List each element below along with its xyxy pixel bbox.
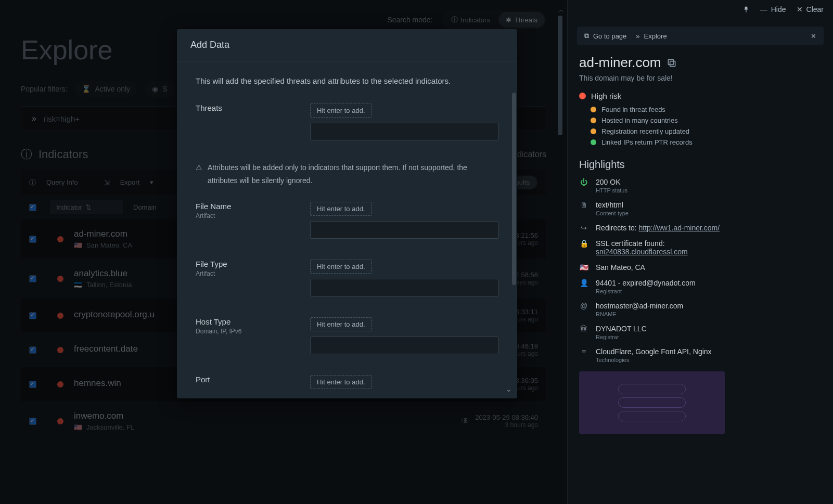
col-domain[interactable]: Domain (133, 203, 157, 211)
scrollbar[interactable] (512, 93, 516, 285)
row-timestamp: 2023-05-29 08:36:40 (475, 413, 538, 421)
risk-dot-icon (57, 418, 63, 424)
explore-button[interactable]: » Explore (636, 32, 667, 40)
clear-button[interactable]: ✕ Clear (797, 5, 824, 14)
minimize-icon: — (760, 5, 767, 14)
hosttype-sublabel: Domain, IP, IPv6 (196, 328, 310, 335)
power-icon: ⏻ (579, 178, 588, 193)
select-all-checkbox[interactable] (29, 204, 36, 211)
chevron-right-icon: » (636, 32, 639, 40)
info-icon: ⓘ (451, 15, 458, 24)
col-indicator[interactable]: Indicator ⇅ (50, 200, 123, 214)
row-ago: 3 hours ago (475, 421, 538, 429)
tag-hint: Hit enter to add. (310, 202, 372, 216)
filename-input[interactable] (310, 221, 498, 239)
redirect-link[interactable]: http://ww1.ad-miner.com/ (638, 224, 720, 232)
hosttype-input[interactable] (310, 337, 498, 354)
row-checkbox[interactable] (29, 381, 36, 388)
copy-icon[interactable] (667, 58, 677, 68)
scrollbar[interactable] (558, 16, 562, 135)
filetype-label: File Type (196, 260, 310, 268)
filetype-input[interactable] (310, 279, 498, 296)
pin-button[interactable] (742, 6, 750, 13)
bug-icon: ✱ (506, 16, 511, 24)
filter-active-only[interactable]: ⌛ Active only (74, 81, 137, 97)
domain-title: ad-miner.com (579, 55, 661, 71)
caret-down-icon[interactable]: ▾ (150, 178, 153, 186)
flag-icon: 🇺🇸 (579, 263, 588, 272)
export-button[interactable]: Export (120, 178, 140, 186)
lock-icon: 🔒 (579, 239, 588, 256)
tag-hint: Hit enter to add. (310, 317, 372, 331)
popular-filters-label: Popular filters: (21, 85, 67, 93)
risk-dot-icon (57, 236, 63, 242)
file-icon: 🗎 (579, 201, 588, 216)
row-title: inwemo.com (74, 411, 462, 421)
add-data-modal: Add Data This will add the specified thr… (177, 29, 517, 398)
close-icon: ✕ (797, 5, 803, 14)
risk-dot-icon (57, 347, 63, 353)
stack-icon: ≡ (579, 347, 588, 363)
ssl-link[interactable]: sni240838.cloudflaressl.com (596, 248, 688, 256)
filter-seen[interactable]: ◉ S (145, 81, 174, 97)
mode-indicators[interactable]: ⓘ Indicators (444, 12, 497, 28)
eye-icon: 👁 (462, 417, 470, 426)
scroll-up-icon[interactable]: ︿ (558, 6, 564, 14)
filename-label: File Name (196, 202, 310, 211)
risk-label: High risk (591, 92, 621, 100)
tag-hint: Hit enter to add. (310, 104, 372, 118)
search-mode-toggle[interactable]: ⓘ Indicators ✱ Threats (442, 10, 546, 29)
redirect-icon: ↪ (579, 224, 588, 232)
threats-label: Threats (196, 104, 310, 112)
warning-icon: ⚠ (196, 161, 202, 187)
risk-dot-icon (57, 381, 63, 387)
chevron-right-icon: » (32, 114, 36, 123)
warn-dot-icon (591, 118, 596, 123)
search-mode-label: Search mode: (387, 16, 432, 24)
filetype-sublabel: Artifact (196, 270, 310, 277)
modal-title: Add Data (177, 29, 517, 61)
table-row[interactable]: inwemo.com🇺🇸Jacksonville, FL👁2023-05-29 … (21, 402, 546, 441)
svg-rect-0 (670, 61, 675, 66)
user-icon: 👤 (579, 279, 588, 294)
query-info-button[interactable]: Query Info (46, 178, 78, 186)
close-subpanel-button[interactable]: ✕ (811, 32, 816, 40)
hosttype-label: Host Type (196, 317, 310, 326)
info-icon: ⓘ (21, 147, 32, 162)
row-checkbox[interactable] (29, 312, 36, 319)
row-checkbox[interactable] (29, 236, 36, 243)
row-checkbox[interactable] (29, 346, 36, 354)
tag-hint: Hit enter to add. (310, 375, 372, 389)
highlights-title: Highlights (579, 159, 822, 171)
at-icon: @ (579, 302, 588, 317)
hide-button[interactable]: — Hide (760, 5, 786, 14)
details-panel: — Hide ✕ Clear ⧉ Go to page » Explore ✕ … (567, 0, 833, 504)
external-link-icon: ⧉ (584, 32, 589, 40)
risk-dot-icon (57, 313, 63, 319)
row-checkbox[interactable] (29, 418, 36, 425)
risk-dot-icon (57, 276, 63, 282)
screenshot-thumbnail[interactable] (579, 371, 725, 434)
info-icon: ⓘ (29, 178, 36, 187)
pin-icon (742, 6, 750, 13)
attributes-note: Attributes will be added only to indicat… (208, 161, 498, 187)
port-label: Port (196, 375, 310, 384)
risk-dot-icon (579, 93, 586, 99)
goto-page-button[interactable]: ⧉ Go to page (584, 32, 626, 40)
warn-dot-icon (591, 107, 596, 112)
sort-icon: ⇅ (85, 203, 91, 211)
panel-subtitle: This domain may be for sale! (579, 74, 822, 82)
eye-icon: ◉ (152, 85, 158, 93)
mode-threats[interactable]: ✱ Threats (498, 12, 545, 28)
warn-dot-icon (591, 128, 596, 134)
row-checkbox[interactable] (29, 275, 36, 282)
svg-rect-1 (668, 59, 673, 64)
chevron-down-icon[interactable]: ⌄ (506, 385, 512, 393)
modal-description: This will add the specified threats and … (196, 74, 498, 89)
tag-hint: Hit enter to add. (310, 260, 372, 274)
export-icon: ⇲ (104, 178, 110, 186)
filename-sublabel: Artifact (196, 212, 310, 219)
indicators-title: Indicators (39, 148, 88, 161)
hourglass-icon: ⌛ (82, 85, 91, 93)
threats-input[interactable] (310, 123, 498, 140)
